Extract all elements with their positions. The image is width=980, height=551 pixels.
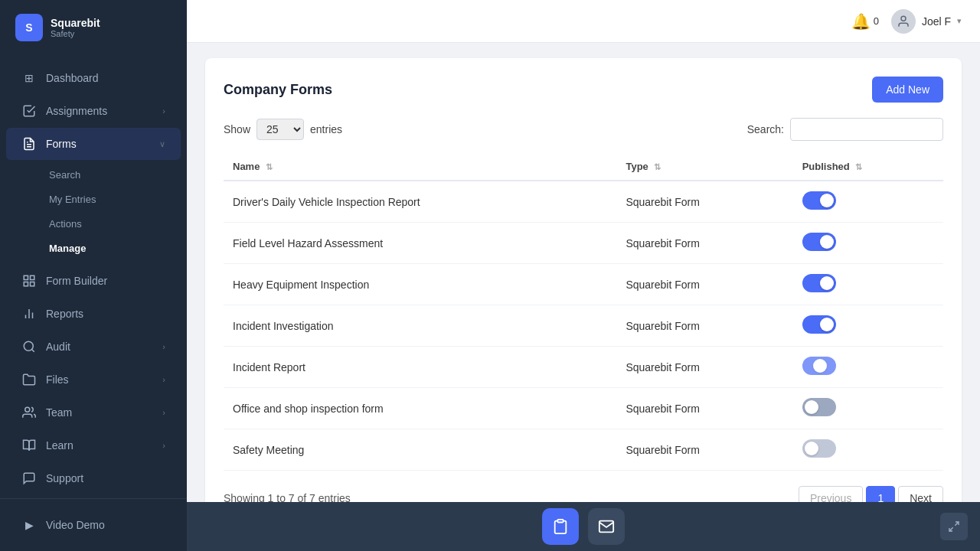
files-arrow-icon: › (162, 375, 165, 384)
notification-bell[interactable]: 🔔 0 (851, 12, 879, 31)
svg-line-15 (949, 527, 953, 531)
page-title: Company Forms (224, 82, 332, 98)
table-row[interactable]: Incident InvestigationSquarebit Form (224, 305, 943, 347)
cell-name: Office and shop inspection form (224, 388, 616, 429)
sidebar-item-reports[interactable]: Reports (6, 298, 181, 330)
toggle-published-0[interactable] (802, 191, 836, 210)
sidebar-item-my-entries[interactable]: My Entries (40, 187, 181, 211)
showing-text: Showing 1 to 7 of 7 entries (224, 492, 351, 502)
bell-count: 0 (874, 15, 879, 27)
col-name[interactable]: Name ⇅ (224, 153, 616, 181)
table-row[interactable]: Heavy Equipment InspectionSquarebit Form (224, 264, 943, 305)
user-chevron-icon: ▾ (957, 16, 962, 26)
previous-button[interactable]: Previous (799, 486, 863, 502)
learn-arrow-icon: › (162, 441, 165, 450)
toggle-published-2[interactable] (802, 274, 836, 292)
table-row[interactable]: Field Level Hazard AssessmentSquarebit F… (224, 223, 943, 264)
sidebar-item-team[interactable]: Team › (6, 396, 181, 429)
search-label: Search: (747, 123, 784, 135)
learn-icon (21, 438, 37, 453)
sidebar-item-form-builder[interactable]: Form Builder (6, 265, 181, 297)
sidebar-item-support[interactable]: Support (6, 462, 181, 494)
page-1-button[interactable]: 1 (866, 486, 895, 502)
forms-card: Company Forms Add New Show 25 10 50 100 … (205, 58, 962, 502)
cell-published (793, 347, 943, 388)
toggle-published-1[interactable] (802, 233, 836, 251)
svg-rect-4 (31, 282, 34, 286)
svg-point-9 (24, 341, 33, 350)
app-sub: Safety (51, 29, 100, 38)
entries-select[interactable]: 25 10 50 100 (256, 119, 304, 140)
sidebar-label-files: Files (46, 373, 153, 386)
sidebar-label-support: Support (46, 472, 165, 484)
col-type[interactable]: Type ⇅ (616, 153, 792, 181)
sidebar-label-learn: Learn (46, 439, 153, 452)
sidebar-label-audit: Audit (46, 341, 153, 353)
logo-icon: S (15, 14, 43, 41)
cell-name: Field Level Hazard Assessment (224, 223, 616, 264)
table-row[interactable]: Driver's Daily Vehicle Inspection Report… (224, 181, 943, 223)
sidebar-item-forms[interactable]: Forms ∨ (6, 128, 181, 160)
sidebar-item-search[interactable]: Search (40, 163, 181, 187)
sidebar-item-assignments[interactable]: Assignments › (6, 95, 181, 127)
name-sort-icon: ⇅ (266, 162, 273, 171)
svg-rect-3 (31, 276, 34, 279)
search-input[interactable] (790, 118, 943, 141)
files-icon (21, 372, 37, 387)
cell-type: Squarebit Form (616, 347, 792, 388)
sidebar-label-assignments: Assignments (46, 105, 153, 117)
fab-mail[interactable] (588, 508, 625, 545)
fab-clipboard[interactable] (542, 508, 579, 545)
user-menu[interactable]: Joel F ▾ (891, 9, 962, 34)
sidebar-item-actions[interactable]: Actions (40, 212, 181, 236)
sidebar-label-form-builder: Form Builder (46, 275, 165, 287)
sidebar-label-video-demo: Video Demo (46, 519, 165, 531)
search-control: Search: (747, 118, 943, 141)
sidebar-item-learn[interactable]: Learn › (6, 429, 181, 461)
logo-text-block: Squarebit Safety (51, 17, 100, 39)
sidebar-label-forms: Forms (46, 138, 150, 150)
svg-line-10 (31, 349, 34, 351)
corner-expand-button[interactable] (940, 513, 968, 540)
published-sort-icon: ⇅ (855, 162, 862, 171)
table-row[interactable]: Incident ReportSquarebit Form (224, 347, 943, 388)
page-content: Company Forms Add New Show 25 10 50 100 … (187, 43, 980, 502)
cell-name: Incident Investigation (224, 305, 616, 347)
cell-type: Squarebit Form (616, 264, 792, 305)
svg-line-14 (955, 522, 959, 526)
cell-type: Squarebit Form (616, 181, 792, 223)
forms-arrow-icon: ∨ (159, 139, 165, 149)
table-row[interactable]: Office and shop inspection formSquarebit… (224, 388, 943, 429)
toggle-published-4[interactable] (802, 357, 836, 375)
pagination: Previous 1 Next (799, 486, 943, 502)
cell-type: Squarebit Form (616, 429, 792, 471)
svg-point-11 (25, 407, 30, 412)
toggle-published-5[interactable] (802, 398, 836, 416)
next-button[interactable]: Next (898, 486, 943, 502)
forms-icon (21, 136, 37, 152)
avatar (891, 9, 916, 34)
reports-icon (21, 306, 37, 321)
toggle-published-6[interactable] (802, 439, 836, 458)
assignments-arrow-icon: › (162, 106, 165, 116)
sidebar-item-audit[interactable]: Audit › (6, 331, 181, 363)
add-new-button[interactable]: Add New (872, 77, 943, 103)
cell-published (793, 305, 943, 347)
cell-name: Incident Report (224, 347, 616, 388)
logo[interactable]: S Squarebit Safety (0, 0, 187, 55)
table-row[interactable]: Safety MeetingSquarebit Form (224, 429, 943, 471)
cell-name: Driver's Daily Vehicle Inspection Report (224, 181, 616, 223)
sidebar-item-manage[interactable]: Manage (40, 236, 181, 260)
card-header: Company Forms Add New (224, 77, 943, 103)
sidebar-bottom: ▶ Video Demo (0, 498, 187, 551)
col-published[interactable]: Published ⇅ (793, 153, 943, 181)
toggle-published-3[interactable] (802, 315, 836, 334)
cell-name: Heavy Equipment Inspection (224, 264, 616, 305)
cell-published (793, 429, 943, 471)
support-icon (21, 471, 37, 486)
sidebar-item-files[interactable]: Files › (6, 364, 181, 396)
sidebar-item-video-demo[interactable]: ▶ Video Demo (6, 509, 181, 541)
cell-published (793, 223, 943, 264)
sidebar-item-dashboard[interactable]: ⊞ Dashboard (6, 62, 181, 94)
cell-type: Squarebit Form (616, 305, 792, 347)
